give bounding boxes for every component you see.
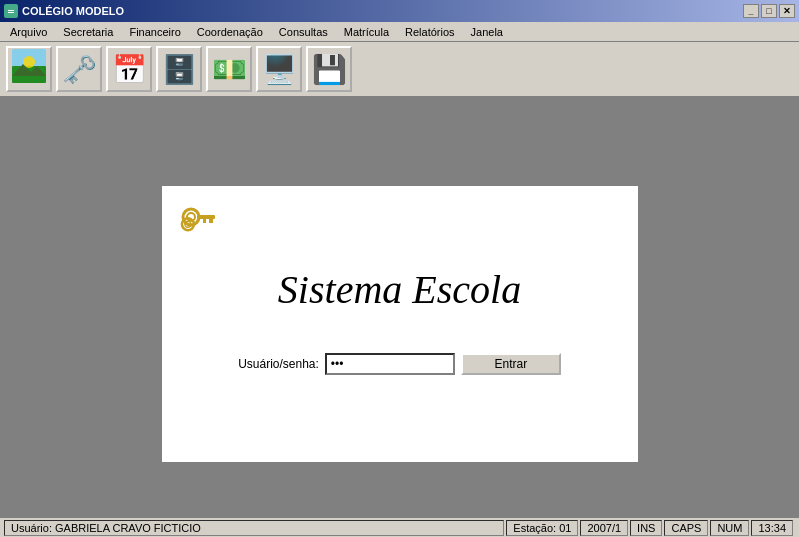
status-caps: CAPS — [664, 520, 708, 536]
menu-financeiro[interactable]: Financeiro — [121, 24, 188, 40]
svg-rect-10 — [209, 219, 213, 223]
login-dialog: Sistema Escola Usuário/senha: Entrar — [160, 184, 640, 464]
photo-icon — [11, 48, 47, 90]
menu-consultas[interactable]: Consultas — [271, 24, 336, 40]
title-bar-left: COLÉGIO MODELO — [4, 4, 124, 18]
status-num: NUM — [710, 520, 749, 536]
svg-rect-11 — [203, 219, 206, 223]
status-year: 2007/1 — [580, 520, 628, 536]
floppy-button[interactable]: 💾 — [306, 46, 352, 92]
keys-button[interactable]: 🗝️ — [56, 46, 102, 92]
status-station: Estação: 01 — [506, 520, 578, 536]
circuit-icon: 🖥️ — [262, 53, 297, 86]
menu-coordenacao[interactable]: Coordenação — [189, 24, 271, 40]
svg-rect-1 — [8, 10, 14, 11]
menu-janela[interactable]: Janela — [463, 24, 511, 40]
cabinet-icon: 🗄️ — [162, 53, 197, 86]
status-ins: INS — [630, 520, 662, 536]
photo-button[interactable] — [6, 46, 52, 92]
window-title: COLÉGIO MODELO — [22, 5, 124, 17]
menu-bar: Arquivo Secretaria Financeiro Coordenaçã… — [0, 22, 799, 42]
minimize-button[interactable]: _ — [743, 4, 759, 18]
password-input[interactable] — [325, 353, 455, 375]
calendar-icon: 📅 — [112, 53, 147, 86]
calendar-button[interactable]: 📅 — [106, 46, 152, 92]
status-user: Usuário: GABRIELA CRAVO FICTICIO — [4, 520, 504, 536]
circuit-button[interactable]: 🖥️ — [256, 46, 302, 92]
window-controls: _ □ ✕ — [743, 4, 795, 18]
cabinet-button[interactable]: 🗄️ — [156, 46, 202, 92]
menu-matricula[interactable]: Matrícula — [336, 24, 397, 40]
login-row: Usuário/senha: Entrar — [238, 353, 561, 375]
svg-rect-9 — [197, 215, 215, 219]
menu-arquivo[interactable]: Arquivo — [2, 24, 55, 40]
status-time: 13:34 — [751, 520, 793, 536]
dialog-keys-icon — [177, 201, 217, 248]
floppy-icon: 💾 — [312, 53, 347, 86]
menu-relatorios[interactable]: Relatórios — [397, 24, 463, 40]
close-button[interactable]: ✕ — [779, 4, 795, 18]
dollar-button[interactable]: 💵 — [206, 46, 252, 92]
toolbar: 🗝️ 📅 🗄️ 💵 🖥️ 💾 — [0, 42, 799, 98]
title-bar: COLÉGIO MODELO _ □ ✕ — [0, 0, 799, 22]
status-bar: Usuário: GABRIELA CRAVO FICTICIO Estação… — [0, 517, 799, 537]
menu-secretaria[interactable]: Secretaria — [55, 24, 121, 40]
enter-button[interactable]: Entrar — [461, 353, 561, 375]
login-label: Usuário/senha: — [238, 357, 319, 371]
keys-icon: 🗝️ — [62, 53, 97, 86]
maximize-button[interactable]: □ — [761, 4, 777, 18]
dialog-title: Sistema Escola — [278, 266, 521, 313]
window-icon — [4, 4, 18, 18]
svg-rect-2 — [8, 12, 14, 13]
dollar-icon: 💵 — [212, 53, 247, 86]
main-area: Sistema Escola Usuário/senha: Entrar — [0, 98, 799, 537]
